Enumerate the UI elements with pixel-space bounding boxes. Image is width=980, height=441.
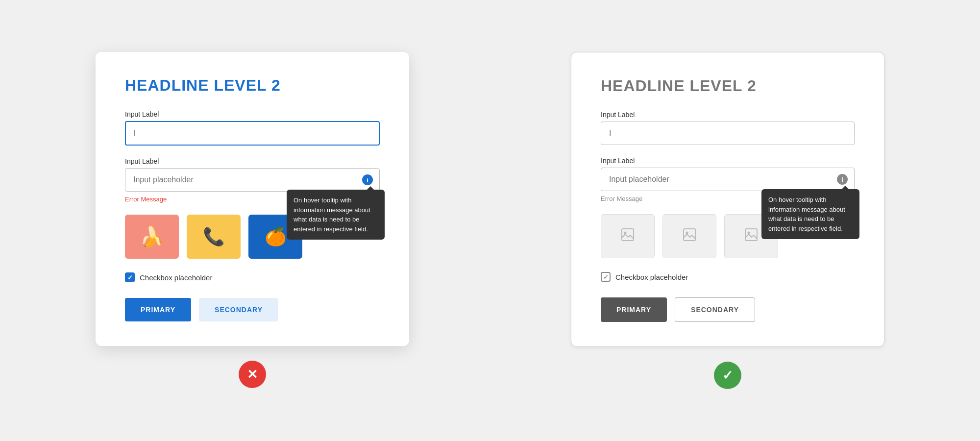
svg-rect-2 [684,229,695,241]
right-placeholder-2 [662,214,716,258]
svg-rect-0 [622,229,634,241]
close-icon: ✕ [247,367,258,382]
image-placeholder-icon-2 [683,228,696,245]
right-checkmark: ✓ [603,273,609,281]
right-column: HEADLINE LEVEL 2 Input Label Input Label… [505,52,951,389]
left-input-label-1: Input Label [125,110,380,118]
right-input-label-1: Input Label [601,111,855,119]
right-input-group-1: Input Label [601,111,855,145]
left-secondary-button[interactable]: SECONDARY [199,298,278,321]
phone-image: 📞 [187,215,241,259]
left-input-2[interactable] [125,168,380,192]
right-checkbox[interactable]: ✓ [601,272,611,282]
right-input-1[interactable] [601,122,855,145]
svg-rect-4 [745,229,757,241]
right-input-label-2: Input Label [601,157,855,165]
right-status-icon: ✓ [714,362,741,389]
svg-point-1 [624,232,627,234]
left-status-icon: ✕ [239,361,266,388]
left-tooltip: On hover tooltip with information messag… [287,190,385,240]
left-primary-button[interactable]: PRIMARY [125,298,191,321]
right-primary-button[interactable]: PRIMARY [601,297,667,322]
left-column: HEADLINE LEVEL 2 Input Label Input Label… [29,52,475,388]
left-input-group-1: Input Label [125,110,380,146]
left-headline: HEADLINE LEVEL 2 [125,76,380,95]
image-placeholder-icon-1 [621,228,635,245]
left-input-icon-wrapper: i [125,168,380,192]
svg-point-3 [686,232,688,234]
left-input-1[interactable] [125,121,380,146]
right-card: HEADLINE LEVEL 2 Input Label Input Label… [571,52,884,347]
svg-point-5 [748,232,750,234]
left-image-2: 📞 [187,215,241,259]
left-input-group-2: Input Label i On hover tooltip with info… [125,157,380,203]
left-card: HEADLINE LEVEL 2 Input Label Input Label… [96,52,409,346]
image-placeholder-icon-3 [744,228,758,245]
right-input-icon-wrapper: i [601,168,855,191]
right-input-wrapper-2: i On hover tooltip with information mess… [601,168,855,191]
left-buttons-row: PRIMARY SECONDARY [125,298,380,321]
right-placeholder-1 [601,214,655,258]
right-secondary-button[interactable]: SECONDARY [675,297,755,322]
right-tooltip: On hover tooltip with information messag… [761,189,859,239]
right-buttons-row: PRIMARY SECONDARY [601,297,855,322]
left-checkbox[interactable]: ✓ [125,272,135,282]
right-input-2[interactable] [601,168,855,191]
left-input-label-2: Input Label [125,157,380,165]
left-info-icon[interactable]: i [362,174,373,185]
page-wrapper: HEADLINE LEVEL 2 Input Label Input Label… [0,23,980,418]
check-icon: ✓ [722,368,733,383]
right-headline: HEADLINE LEVEL 2 [601,77,855,95]
right-input-group-2: Input Label i On hover tooltip with info… [601,157,855,202]
right-input-wrapper-1 [601,122,855,145]
right-info-icon[interactable]: i [837,174,848,185]
left-checkbox-row: ✓ Checkbox placeholder [125,272,380,282]
left-input-wrapper-2: i On hover tooltip with information mess… [125,168,380,192]
left-checkmark: ✓ [127,274,133,281]
left-image-1: 🍌 [125,215,179,259]
right-checkbox-row: ✓ Checkbox placeholder [601,272,855,282]
right-checkbox-label: Checkbox placeholder [615,273,688,281]
left-checkbox-label: Checkbox placeholder [140,273,212,282]
banana-image: 🍌 [125,215,179,259]
